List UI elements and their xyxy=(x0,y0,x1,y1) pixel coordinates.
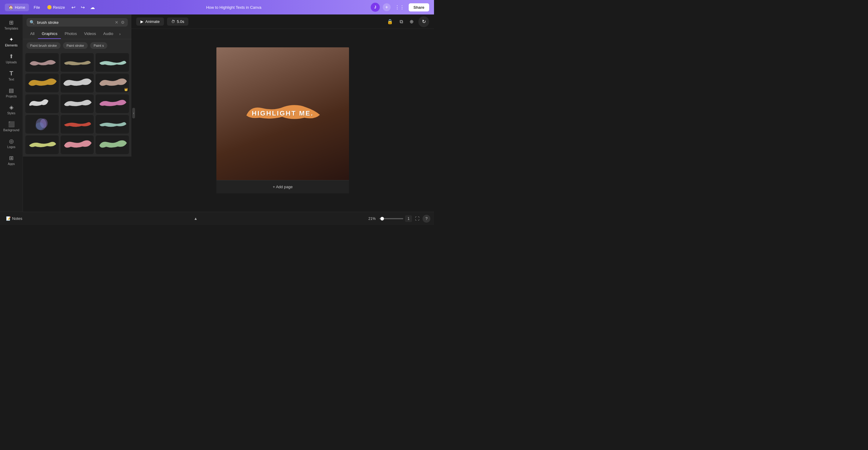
grid-item-15[interactable] xyxy=(96,136,129,154)
canvas-viewport: HIGHLIGHT ME. + Add page xyxy=(131,29,434,212)
clear-search-button[interactable]: ✕ xyxy=(115,20,119,25)
home-icon: 🏠 xyxy=(8,5,13,10)
brush-stroke-svg-4 xyxy=(27,76,57,90)
notes-label: Notes xyxy=(12,216,22,221)
sidebar-item-label: Text xyxy=(8,78,14,81)
grid-item-11[interactable] xyxy=(61,115,94,133)
tab-photos[interactable]: Photos xyxy=(61,29,80,39)
grid-item-1[interactable] xyxy=(25,53,59,72)
grid-item-12[interactable] xyxy=(96,115,129,133)
sidebar-item-logos[interactable]: ◎ Logos xyxy=(1,136,22,151)
grid-item-2[interactable] xyxy=(61,53,94,72)
sidebar-item-projects[interactable]: ▤ Projects xyxy=(1,85,22,100)
share-button[interactable]: Share xyxy=(409,3,429,11)
brush-stroke-svg-15 xyxy=(97,137,127,152)
notes-icon: 📝 xyxy=(6,216,11,221)
sidebar-item-uploads[interactable]: ⬆ Uploads xyxy=(1,51,22,66)
results-grid: 👑 xyxy=(23,52,131,156)
grid-item-10[interactable] xyxy=(25,115,59,133)
search-panel: 🔍 ✕ ⚙ All Graphics Photos Videos xyxy=(23,14,131,156)
redo-button[interactable]: ↪ xyxy=(79,3,87,11)
help-button[interactable]: ? xyxy=(423,215,430,222)
hide-panel-button[interactable]: ‹ xyxy=(132,108,135,119)
page-indicator[interactable]: 1 xyxy=(405,215,412,222)
canvas-slide[interactable]: HIGHLIGHT ME. xyxy=(216,47,349,180)
sidebar-item-label: Styles xyxy=(7,112,16,115)
resize-button[interactable]: Resize xyxy=(45,4,67,11)
undo-button[interactable]: ↩ xyxy=(70,3,77,11)
uploads-icon: ⬆ xyxy=(9,53,13,60)
zoom-slider[interactable] xyxy=(379,218,403,219)
sidebar-item-label: Background xyxy=(3,128,19,132)
search-input[interactable] xyxy=(37,20,113,25)
refresh-button[interactable]: ↻ xyxy=(418,16,429,27)
brush-stroke-svg-14 xyxy=(62,137,92,152)
add-page-icon-button[interactable]: ⊕ xyxy=(408,18,415,26)
file-button[interactable]: File xyxy=(31,4,42,11)
sidebar-item-elements[interactable]: ✦ Elements xyxy=(1,34,22,50)
timer-icon: ⏱ xyxy=(171,19,175,24)
brush-stroke-svg-8 xyxy=(62,96,92,111)
brush-stroke-svg-10 xyxy=(29,117,56,132)
brush-stroke-svg-2 xyxy=(62,56,92,69)
sidebar-item-apps[interactable]: ⊞ Apps xyxy=(1,152,22,168)
duplicate-button[interactable]: ⧉ xyxy=(398,18,405,26)
add-page-button[interactable]: + Add page xyxy=(216,180,349,193)
svg-point-2 xyxy=(36,122,44,130)
invite-button[interactable]: + xyxy=(383,3,391,11)
topbar-left: 🏠 Home File Resize ↩ ↪ ☁ xyxy=(5,3,97,11)
grid-item-4[interactable] xyxy=(25,73,59,92)
sidebar-item-templates[interactable]: ⊞ Templates xyxy=(1,17,22,33)
grid-item-6[interactable]: 👑 xyxy=(96,73,129,92)
show-pages-button[interactable]: ▲ xyxy=(193,215,199,222)
brush-stroke-svg-11 xyxy=(62,119,92,130)
document-title: How to Highlight Texts in Canva xyxy=(206,5,261,10)
grid-item-5[interactable] xyxy=(61,73,94,92)
filter-button[interactable]: ⚙ xyxy=(121,20,125,25)
grid-item-13[interactable] xyxy=(25,136,59,154)
timer-button[interactable]: ⏱ 5.0s xyxy=(167,18,189,26)
sidebar-item-label: Templates xyxy=(4,27,19,30)
grid-item-9[interactable] xyxy=(96,94,129,113)
sidebar-item-styles[interactable]: ◈ Styles xyxy=(1,102,22,117)
avatar: J xyxy=(371,3,380,12)
sidebar-item-label: Logos xyxy=(7,145,16,149)
tab-all[interactable]: All xyxy=(27,29,38,39)
bottom-bar: 📝 Notes ▲ 21% 1 ⛶ ? xyxy=(0,212,434,225)
tab-audio[interactable]: Audio xyxy=(99,29,117,39)
file-label: File xyxy=(34,5,40,10)
tab-videos[interactable]: Videos xyxy=(81,29,100,39)
grid-item-3[interactable] xyxy=(96,53,129,72)
grid-view-button[interactable]: ⋮⋮ xyxy=(394,3,406,11)
bottom-left: 📝 Notes xyxy=(4,215,25,222)
topbar-right: J + ⋮⋮ Share xyxy=(371,3,429,12)
tag-pill-paint-s[interactable]: Paint s xyxy=(90,42,107,49)
tag-pill-paint-stroke[interactable]: Paint stroke xyxy=(63,42,88,49)
sidebar-item-background[interactable]: ⬛ Background xyxy=(1,119,22,134)
animate-label: Animate xyxy=(145,19,160,24)
tag-pill-paint-brush-stroke[interactable]: Paint brush stroke xyxy=(27,42,61,49)
canvas-toolbar-right: 🔒 ⧉ ⊕ ↻ xyxy=(385,16,429,27)
animate-button[interactable]: ▶ Animate xyxy=(136,18,164,26)
tab-graphics[interactable]: Graphics xyxy=(38,29,61,39)
text-icon: T xyxy=(9,70,13,77)
resize-label: Resize xyxy=(53,5,65,10)
search-icon: 🔍 xyxy=(30,20,35,25)
grid-item-8[interactable] xyxy=(61,94,94,113)
fullscreen-button[interactable]: ⛶ xyxy=(414,215,421,222)
tab-more-button[interactable]: › xyxy=(117,29,123,39)
sidebar-nav: ⊞ Templates ✦ Elements ⬆ Uploads T Text … xyxy=(0,14,23,212)
cloud-save-button[interactable]: ☁ xyxy=(88,3,97,11)
sidebar-item-text[interactable]: T Text xyxy=(1,67,22,84)
grid-item-14[interactable] xyxy=(61,136,94,154)
grid-item-7[interactable] xyxy=(25,94,59,113)
notes-button[interactable]: 📝 Notes xyxy=(4,215,25,222)
timer-label: 5.0s xyxy=(177,19,184,24)
lock-button[interactable]: 🔒 xyxy=(385,18,395,26)
brush-stroke-svg-6 xyxy=(97,76,127,90)
home-button[interactable]: 🏠 Home xyxy=(5,4,29,11)
templates-icon: ⊞ xyxy=(9,19,13,26)
brush-stroke-svg-13 xyxy=(27,138,57,151)
sidebar-item-label: Projects xyxy=(6,95,17,98)
brush-stroke-svg-1 xyxy=(27,56,57,69)
